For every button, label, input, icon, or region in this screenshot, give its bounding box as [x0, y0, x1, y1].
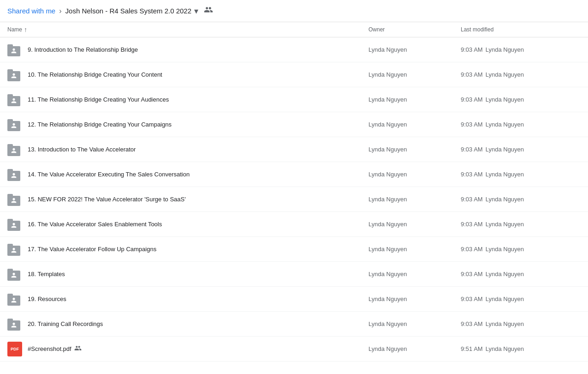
breadcrumb-header: Shared with me › Josh Nelson - R4 Sales …: [0, 0, 588, 22]
modified-time: 9:03 AM: [461, 121, 483, 128]
folder-shared-icon: [7, 242, 22, 257]
modified-by: Lynda Nguyen: [486, 196, 524, 203]
folder-shared-icon: [7, 267, 22, 282]
file-name-cell: 20. Training Call Recordings: [7, 317, 368, 332]
folder-shared-icon: [7, 117, 22, 132]
list-item[interactable]: 19. Resources Lynda Nguyen 9:03 AM Lynda…: [0, 287, 588, 312]
list-item[interactable]: 20. Training Call Recordings Lynda Nguye…: [0, 312, 588, 337]
file-name-cell: 17. The Value Accelerator Follow Up Camp…: [7, 242, 368, 257]
file-name-text: 12. The Relationship Bridge Creating You…: [28, 121, 172, 128]
file-name-text: #Screenshot.pdf: [28, 345, 71, 352]
modified-time: 9:03 AM: [461, 196, 483, 203]
modified-by: Lynda Nguyen: [486, 296, 524, 302]
folder-shared-icon: [7, 292, 22, 307]
file-name-text: 18. Templates: [28, 271, 65, 277]
file-name-text: 10. The Relationship Bridge Creating You…: [28, 71, 162, 78]
breadcrumb-separator: ›: [59, 7, 61, 15]
file-owner: Lynda Nguyen: [368, 196, 461, 203]
file-name-cell: PDF #Screenshot.pdf: [7, 342, 368, 356]
modified-time: 9:03 AM: [461, 221, 483, 228]
pdf-icon: PDF: [7, 342, 22, 356]
file-list: 9. Introduction to The Relationship Brid…: [0, 37, 588, 362]
folder-dropdown-icon[interactable]: ▾: [194, 6, 198, 16]
modified-by: Lynda Nguyen: [486, 345, 524, 352]
list-item[interactable]: 12. The Relationship Bridge Creating You…: [0, 112, 588, 137]
file-modified: 9:03 AM Lynda Nguyen: [461, 246, 581, 253]
modified-by: Lynda Nguyen: [486, 320, 524, 327]
file-modified: 9:03 AM Lynda Nguyen: [461, 296, 581, 302]
file-owner: Lynda Nguyen: [368, 320, 461, 327]
list-item[interactable]: 9. Introduction to The Relationship Brid…: [0, 37, 588, 62]
file-name-text: 20. Training Call Recordings: [28, 320, 103, 327]
modified-by: Lynda Nguyen: [486, 221, 524, 228]
file-modified: 9:03 AM Lynda Nguyen: [461, 146, 581, 153]
modified-by: Lynda Nguyen: [486, 71, 524, 78]
modified-time: 9:03 AM: [461, 96, 483, 103]
list-item[interactable]: 10. The Relationship Bridge Creating You…: [0, 62, 588, 87]
file-owner: Lynda Nguyen: [368, 96, 461, 103]
file-name-cell: 14. The Value Accelerator Executing The …: [7, 167, 368, 182]
column-header-owner[interactable]: Owner: [368, 26, 461, 33]
current-folder-name: Josh Nelson - R4 Sales System 2.0 2022: [65, 7, 191, 15]
modified-by: Lynda Nguyen: [486, 121, 524, 128]
file-modified: 9:03 AM Lynda Nguyen: [461, 171, 581, 178]
header-share-people-icon[interactable]: [204, 5, 213, 17]
file-name-cell: 19. Resources: [7, 292, 368, 307]
file-name-cell: 10. The Relationship Bridge Creating You…: [7, 67, 368, 82]
list-item[interactable]: 11. The Relationship Bridge Creating You…: [0, 87, 588, 112]
sort-arrow-icon: ↑: [24, 26, 27, 33]
folder-shared-icon: [7, 92, 22, 107]
file-modified: 9:03 AM Lynda Nguyen: [461, 46, 581, 53]
file-owner: Lynda Nguyen: [368, 71, 461, 78]
modified-time: 9:03 AM: [461, 296, 483, 302]
table-header: Name ↑ Owner Last modified: [0, 22, 588, 37]
list-item[interactable]: 18. Templates Lynda Nguyen 9:03 AM Lynda…: [0, 262, 588, 287]
modified-time: 9:03 AM: [461, 71, 483, 78]
file-modified: 9:03 AM Lynda Nguyen: [461, 71, 581, 78]
modified-time: 9:03 AM: [461, 246, 483, 253]
breadcrumb-shared-with-me[interactable]: Shared with me: [7, 7, 55, 15]
file-name-cell: 12. The Relationship Bridge Creating You…: [7, 117, 368, 132]
modified-by: Lynda Nguyen: [486, 246, 524, 253]
folder-shared-icon: [7, 217, 22, 232]
list-item[interactable]: 17. The Value Accelerator Follow Up Camp…: [0, 237, 588, 262]
file-name-cell: 13. Introduction to The Value Accelerato…: [7, 142, 368, 157]
file-modified: 9:03 AM Lynda Nguyen: [461, 196, 581, 203]
file-name-cell: 11. The Relationship Bridge Creating You…: [7, 92, 368, 107]
file-name-text: 11. The Relationship Bridge Creating You…: [28, 96, 169, 103]
file-name-text: 13. Introduction to The Value Accelerato…: [28, 146, 136, 153]
folder-shared-icon: [7, 192, 22, 207]
folder-shared-icon: [7, 42, 22, 57]
file-owner: Lynda Nguyen: [368, 221, 461, 228]
column-header-modified[interactable]: Last modified: [461, 26, 581, 33]
modified-time: 9:03 AM: [461, 146, 483, 153]
file-owner: Lynda Nguyen: [368, 296, 461, 302]
file-modified: 9:03 AM Lynda Nguyen: [461, 221, 581, 228]
file-owner: Lynda Nguyen: [368, 146, 461, 153]
file-name-text: 15. NEW FOR 2022! The Value Accelerator …: [28, 196, 186, 203]
file-name-text: 14. The Value Accelerator Executing The …: [28, 171, 190, 178]
file-name-text: 19. Resources: [28, 296, 66, 302]
file-name-cell: 16. The Value Accelerator Sales Enableme…: [7, 217, 368, 232]
file-modified: 9:03 AM Lynda Nguyen: [461, 121, 581, 128]
breadcrumb-current-folder: Josh Nelson - R4 Sales System 2.0 2022 ▾: [65, 6, 198, 16]
list-item[interactable]: PDF #Screenshot.pdf Lynda Nguyen 9:51 AM…: [0, 337, 588, 362]
folder-shared-icon: [7, 67, 22, 82]
modified-by: Lynda Nguyen: [486, 46, 524, 53]
modified-by: Lynda Nguyen: [486, 146, 524, 153]
list-item[interactable]: 14. The Value Accelerator Executing The …: [0, 162, 588, 187]
column-header-name[interactable]: Name ↑: [7, 26, 368, 33]
folder-shared-icon: [7, 167, 22, 182]
file-name-text: 17. The Value Accelerator Follow Up Camp…: [28, 246, 156, 253]
list-item[interactable]: 13. Introduction to The Value Accelerato…: [0, 137, 588, 162]
list-item[interactable]: 16. The Value Accelerator Sales Enableme…: [0, 212, 588, 237]
list-item[interactable]: 15. NEW FOR 2022! The Value Accelerator …: [0, 187, 588, 212]
file-owner: Lynda Nguyen: [368, 121, 461, 128]
file-owner: Lynda Nguyen: [368, 46, 461, 53]
modified-by: Lynda Nguyen: [486, 96, 524, 103]
name-column-label: Name: [7, 26, 22, 33]
modified-time: 9:03 AM: [461, 320, 483, 327]
file-name-cell: 9. Introduction to The Relationship Brid…: [7, 42, 368, 57]
file-owner: Lynda Nguyen: [368, 246, 461, 253]
modified-time: 9:03 AM: [461, 271, 483, 277]
